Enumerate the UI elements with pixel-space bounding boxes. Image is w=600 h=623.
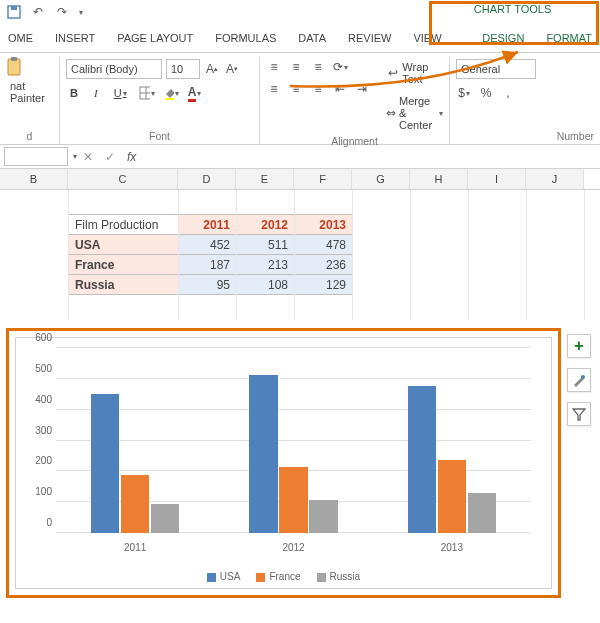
bar-usa[interactable] [249,375,278,533]
table-cell[interactable]: 129 [295,275,353,295]
wrap-text-button[interactable]: ↩ Wrap Text [382,59,447,87]
save-icon[interactable] [6,4,22,20]
gridline [56,378,531,379]
decrease-font-icon[interactable]: A▾ [224,61,240,77]
col-header-C[interactable]: C [68,169,178,189]
table-cell[interactable]: 478 [295,235,353,255]
col-header-J[interactable]: J [526,169,584,189]
bar-russia[interactable] [151,504,180,533]
tab-view[interactable]: VIEW [411,30,443,46]
table-cell[interactable]: 452 [179,235,237,255]
chart-side-buttons: + [567,334,591,426]
tab-formulas[interactable]: FORMULAS [213,30,278,46]
align-right-icon[interactable]: ≡ [310,81,326,97]
gridline [56,347,531,348]
bar-usa[interactable] [408,386,437,533]
tab-home[interactable]: OME [6,30,35,46]
tab-design[interactable]: DESIGN [480,30,526,46]
orientation-icon[interactable]: ⟳▾ [332,59,348,75]
table-row-label[interactable]: USA [69,235,179,255]
chart-styles-button[interactable] [567,368,591,392]
indent-inc-icon[interactable]: ⇥ [354,81,370,97]
col-header-H[interactable]: H [410,169,468,189]
table-row-label[interactable]: France [69,255,179,275]
accounting-icon[interactable]: $▾ [456,85,472,101]
chart-area[interactable]: 0100200300400500600201120122013 USAFranc… [15,337,552,589]
col-header-B[interactable]: B [0,169,68,189]
underline-button[interactable]: U▾ [110,85,131,101]
table-header-title[interactable]: Film Production [69,215,179,235]
col-header-G[interactable]: G [352,169,410,189]
y-axis-tick: 300 [20,424,52,435]
font-color-icon[interactable]: A▾ [187,85,203,101]
legend-swatch [317,573,326,582]
context-tab-chart-tools: CHART TOOLS [425,0,600,18]
align-bottom-icon[interactable]: ≡ [310,59,326,75]
name-box[interactable] [4,147,68,166]
format-painter-button[interactable]: nat Painter [6,78,53,106]
chart-elements-button[interactable]: + [567,334,591,358]
align-center-icon[interactable]: ≡ [288,81,304,97]
tab-format[interactable]: FORMAT [544,30,594,46]
col-header-F[interactable]: F [294,169,352,189]
col-header-D[interactable]: D [178,169,236,189]
cancel-icon[interactable]: ✕ [77,150,99,164]
align-top-icon[interactable]: ≡ [266,59,282,75]
bar-russia[interactable] [468,493,497,533]
table-cell[interactable]: 236 [295,255,353,275]
tab-insert[interactable]: INSERT [53,30,97,46]
tab-review[interactable]: REVIEW [346,30,393,46]
bar-usa[interactable] [91,394,120,533]
percent-icon[interactable]: % [478,85,494,101]
wrap-text-label: Wrap Text [402,61,443,85]
indent-dec-icon[interactable]: ⇤ [332,81,348,97]
funnel-icon [572,407,586,421]
font-family-select[interactable]: Calibri (Body) [66,59,162,79]
chart-object[interactable]: 0100200300400500600201120122013 USAFranc… [6,328,561,598]
bar-france[interactable] [438,460,467,533]
table-cell[interactable]: 95 [179,275,237,295]
fx-icon[interactable]: fx [121,150,142,164]
redo-icon[interactable]: ↷ [54,4,70,20]
svg-point-8 [581,375,585,379]
chart-filters-button[interactable] [567,402,591,426]
legend-item[interactable]: Russia [317,571,361,582]
table-header-year[interactable]: 2011 [179,215,237,235]
y-axis-tick: 600 [20,332,52,343]
table-cell[interactable]: 511 [237,235,295,255]
legend-item[interactable]: USA [207,571,241,582]
tab-page-layout[interactable]: PAGE LAYOUT [115,30,195,46]
table-cell[interactable]: 213 [237,255,295,275]
table-cell[interactable]: 108 [237,275,295,295]
bold-button[interactable]: B [66,85,82,101]
formula-input[interactable] [142,147,600,166]
paste-icon[interactable] [6,59,22,75]
table-header-year[interactable]: 2012 [237,215,295,235]
table-header-year[interactable]: 2013 [295,215,353,235]
fill-color-icon[interactable]: ▾ [163,85,179,101]
col-header-E[interactable]: E [236,169,294,189]
legend-item[interactable]: France [256,571,300,582]
tab-data[interactable]: DATA [296,30,328,46]
bar-france[interactable] [279,467,308,533]
italic-button[interactable]: I [90,85,102,101]
merge-center-button[interactable]: ⇔ Merge & Center▾ [382,93,447,133]
table-cell[interactable]: 187 [179,255,237,275]
comma-icon[interactable]: , [500,85,516,101]
number-format-select[interactable]: General [456,59,536,79]
table-row-label[interactable]: Russia [69,275,179,295]
plot-area[interactable]: 0100200300400500600201120122013 [56,348,531,533]
border-icon[interactable]: ▾ [139,85,155,101]
undo-icon[interactable]: ↶ [30,4,46,20]
group-label-clipboard: d [6,128,53,142]
align-middle-icon[interactable]: ≡ [288,59,304,75]
align-left-icon[interactable]: ≡ [266,81,282,97]
bar-russia[interactable] [309,500,338,533]
font-size-select[interactable]: 10 [166,59,200,79]
increase-font-icon[interactable]: A▴ [204,61,220,77]
chart-legend[interactable]: USAFranceRussia [16,571,551,582]
col-header-I[interactable]: I [468,169,526,189]
enter-icon[interactable]: ✓ [99,150,121,164]
qat-dropdown-icon[interactable]: ▾ [79,8,83,17]
bar-france[interactable] [121,475,150,533]
